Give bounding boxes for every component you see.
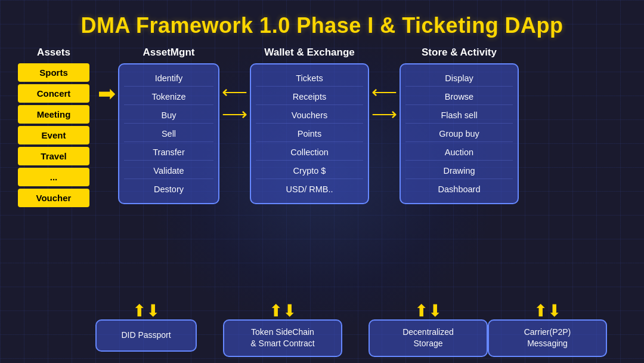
wallet-item-1: Receipts — [256, 89, 363, 105]
asset-tag-sports: Sports — [18, 63, 89, 82]
wallet-column: Wallet & Exchange Tickets Receipts Vouch… — [250, 47, 369, 204]
assetmgnt-box: Identify Tokenize Buy Sell Transfer Vali… — [118, 63, 219, 204]
bottom-box-carrier: Carrier(P2P) Messaging — [488, 319, 607, 357]
store-column: Store & Activity Display Browse Flash se… — [400, 47, 519, 204]
store-header: Store & Activity — [422, 47, 497, 59]
assetmgnt-item-4: Transfer — [124, 144, 213, 161]
wallet-header: Wallet & Exchange — [264, 47, 354, 59]
store-box: Display Browse Flash sell Group buy Auct… — [400, 63, 519, 204]
asset-tag-voucher: Voucher — [18, 189, 89, 207]
wallet-item-5: Crypto $ — [256, 163, 363, 179]
page-title: DMA Framework 1.0 Phase I & Ticketing DA… — [12, 6, 632, 47]
store-item-5: Drawing — [405, 163, 513, 179]
wallet-item-4: Collection — [256, 144, 363, 161]
updown-arrow-store: ⬆⬇ — [414, 303, 442, 319]
asset-tag-event: Event — [18, 126, 89, 144]
assets-header: Assets — [37, 47, 70, 59]
wallet-item-0: Tickets — [256, 70, 363, 87]
arrow-assets-to-assetmgnt: ➡ — [98, 47, 116, 106]
wallet-item-6: USD/ RMB.. — [256, 182, 363, 197]
store-item-1: Browse — [405, 89, 513, 105]
asset-tag-travel: Travel — [18, 147, 89, 165]
assetmgnt-item-5: Validate — [124, 163, 213, 179]
assetmgnt-column: AssetMgnt Identify Tokenize Buy Sell Tra… — [118, 47, 219, 204]
asset-tag-concert: Concert — [18, 84, 89, 103]
wallet-box: Tickets Receipts Vouchers Points Collect… — [250, 63, 369, 204]
store-item-2: Flash sell — [405, 107, 513, 124]
assetmgnt-item-1: Tokenize — [124, 89, 213, 105]
wallet-item-2: Vouchers — [256, 107, 363, 124]
updown-arrow-assetmgnt: ⬆⬇ — [132, 303, 160, 319]
store-item-6: Dashboard — [405, 182, 513, 197]
store-item-4: Auction — [405, 144, 513, 161]
bottom-box-token: Token SideChain & Smart Contract — [223, 319, 342, 357]
asset-tags-list: Sports Concert Meeting Event Travel ... … — [18, 63, 89, 207]
wallet-item-3: Points — [256, 126, 363, 142]
assetmgnt-item-3: Sell — [124, 126, 213, 142]
assetmgnt-item-0: Identify — [124, 70, 213, 87]
asset-tag-dots: ... — [18, 168, 89, 186]
updown-arrow-carrier: ⬆⬇ — [534, 303, 561, 319]
arrow-assetmgnt-wallet: ⟵ ⟶ — [222, 47, 247, 124]
assets-column: Assets Sports Concert Meeting Event Trav… — [12, 47, 95, 207]
assetmgnt-item-2: Buy — [124, 107, 213, 124]
asset-tag-meeting: Meeting — [18, 105, 89, 124]
store-item-0: Display — [405, 70, 513, 87]
store-item-3: Group buy — [405, 126, 513, 142]
bottom-box-decentralized: Decentralized Storage — [369, 319, 488, 357]
assetmgnt-item-6: Destory — [124, 182, 213, 197]
assetmgnt-header: AssetMgnt — [143, 47, 195, 59]
bottom-box-did: DID Passport — [95, 319, 197, 352]
updown-arrow-wallet: ⬆⬇ — [269, 303, 296, 319]
arrow-wallet-store: ⟵ ⟶ — [371, 47, 397, 124]
